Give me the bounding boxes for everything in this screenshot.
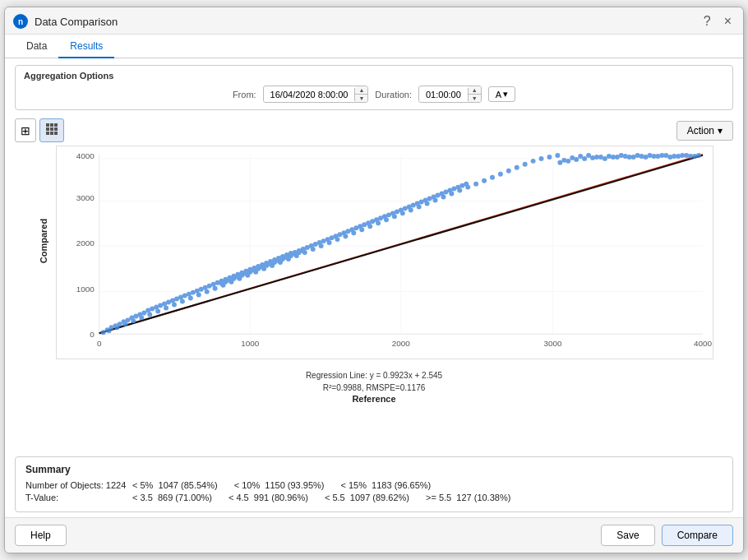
svg-point-173 [539,156,544,161]
action-label: Action [687,125,714,137]
svg-point-214 [557,160,562,165]
stat-1-0-value: 869 (71.00%) [158,493,212,502]
save-button[interactable]: Save [601,525,654,546]
svg-point-171 [523,162,528,167]
stat-1-3: >= 5.5 127 (10.38%) [426,493,510,502]
from-date-control[interactable]: 16/04/2020 8:00:00 ▲ ▼ [263,86,369,103]
title-bar: n Data Comparison ? × [5,7,743,35]
compare-button[interactable]: Compare [662,525,733,546]
duration-down[interactable]: ▼ [469,95,481,102]
svg-point-163 [457,188,462,193]
svg-point-168 [498,172,503,177]
summary-key-1: T-Value: [25,493,132,502]
chart-view-button[interactable] [39,118,64,142]
footer: Help Save Compare [5,517,743,553]
svg-point-121 [115,325,120,330]
stat-0-2: < 15% 1183 (96.65%) [340,480,431,490]
svg-point-227 [663,153,668,158]
svg-point-213 [301,248,306,253]
svg-point-162 [449,192,454,197]
svg-rect-4 [50,127,53,131]
svg-point-146 [319,243,324,248]
grid-view-button[interactable]: ⊞ [15,118,36,142]
svg-point-228 [672,154,676,159]
svg-text:3000: 3000 [76,193,95,202]
action-button[interactable]: Action ▾ [676,121,733,141]
svg-point-170 [515,165,519,170]
stat-0-1-label: < 10% [234,480,261,490]
y-axis-label: Compared [39,219,48,263]
svg-text:2000: 2000 [76,238,95,248]
svg-point-147 [327,240,332,245]
aggregation-title: Aggregation Options [24,71,724,81]
x-axis-label: Reference [15,394,733,404]
svg-point-215 [566,159,570,164]
stat-1-1: < 4.5 991 (80.96%) [229,493,308,502]
svg-point-225 [648,153,653,158]
summary-stats-1: < 3.5 869 (71.00%) < 4.5 991 (80.96%) < … [132,493,723,502]
summary-row-0: Number of Objects: 1224 < 5% 1047 (85.54… [25,480,723,490]
svg-text:2000: 2000 [392,339,411,348]
svg-point-148 [335,237,339,242]
svg-point-30 [101,330,106,335]
duration-control[interactable]: 01:00:00 ▲ ▼ [418,86,482,103]
svg-point-154 [384,217,389,222]
duration-up[interactable]: ▲ [469,86,481,95]
svg-point-217 [582,156,587,161]
tab-results[interactable]: Results [58,35,114,58]
summary-stats-0: < 5% 1047 (85.54%) < 10% 1150 (93.95%) <… [132,480,723,490]
svg-point-174 [547,155,552,160]
svg-point-219 [598,155,603,160]
svg-point-40 [141,310,146,315]
svg-point-160 [433,198,438,203]
help-button[interactable]: Help [15,525,67,546]
svg-point-179 [586,153,591,158]
svg-rect-2 [54,123,58,127]
tab-data[interactable]: Data [15,35,58,58]
svg-rect-6 [46,132,49,135]
mode-button[interactable]: A ▾ [488,86,515,102]
svg-point-149 [343,234,348,238]
help-window-button[interactable]: ? [702,14,713,29]
svg-point-36 [125,317,130,322]
svg-point-150 [351,230,356,235]
duration-arrows: ▲ ▼ [469,86,481,102]
summary-section: Summary Number of Objects: 1224 < 5% 104… [15,456,733,512]
from-date-arrows: ▲ ▼ [355,86,367,102]
mode-value: A [496,90,501,100]
svg-point-127 [164,306,169,311]
svg-point-152 [367,224,372,229]
svg-text:0: 0 [97,339,102,348]
regression-line-text: Regression Line: y = 0.9923x + 2.545 [15,371,733,380]
chart-view-icon [45,123,58,136]
svg-point-131 [196,293,201,298]
r-squared-text: R²=0.9988, RMSPE=0.1176 [15,383,733,392]
svg-point-222 [623,154,628,159]
svg-point-123 [131,318,136,323]
from-date-down[interactable]: ▼ [355,95,367,102]
aggregation-options-section: Aggregation Options From: 16/04/2020 8:0… [15,65,733,110]
from-label: From: [233,90,256,100]
close-button[interactable]: × [723,14,733,29]
tab-bar: Data Results [5,35,743,58]
from-date-up[interactable]: ▲ [355,86,367,95]
app-icon: n [13,14,28,29]
svg-point-172 [531,159,536,164]
summary-row-1: T-Value: < 3.5 869 (71.00%) < 4.5 991 (8… [25,493,723,502]
stat-1-1-label: < 4.5 [229,493,249,502]
stat-0-2-value: 1183 (96.65%) [372,480,431,490]
stat-1-2-value: 1097 (89.62%) [350,493,409,502]
stat-0-1-value: 1150 (93.95%) [265,480,324,490]
stat-0-0-label: < 5% [132,480,153,490]
svg-point-218 [590,155,595,160]
svg-point-145 [311,247,316,252]
svg-point-220 [607,154,612,159]
svg-point-165 [473,182,478,187]
svg-rect-8 [54,132,58,135]
svg-point-126 [155,308,160,313]
svg-point-167 [490,175,495,180]
svg-text:1000: 1000 [241,339,260,348]
aggregation-controls: From: 16/04/2020 8:00:00 ▲ ▼ Duration: 0… [24,86,724,103]
svg-text:3000: 3000 [543,339,562,348]
svg-point-226 [655,154,660,159]
